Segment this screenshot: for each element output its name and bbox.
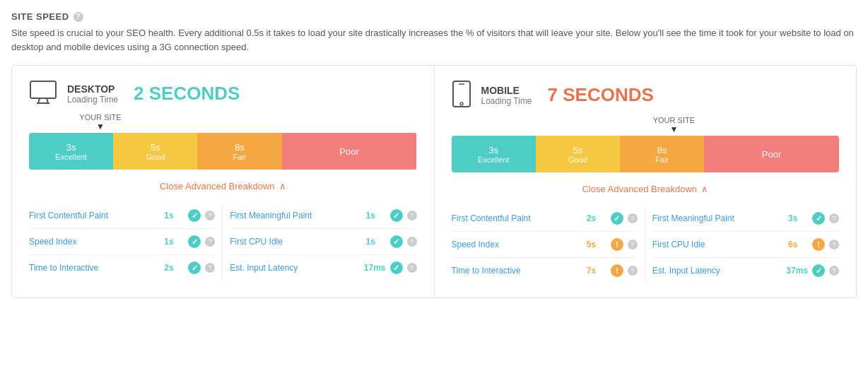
desktop-info: DESKTOP Loading Time [67, 83, 118, 105]
mobile-info: MOBILE Loading Time [481, 85, 532, 106]
desktop-bar-excellent: 3s Excellent [29, 133, 113, 170]
mobile-bar-good: 5s Good [536, 136, 620, 172]
mobile-metric-si: Speed Index 5s ! ? [452, 232, 638, 258]
mobile-time: 7 SECONDS [548, 84, 654, 106]
mobile-loading-label: Loading Time [481, 96, 532, 106]
mobile-fcp-check-icon: ✓ [611, 212, 623, 225]
svg-point-6 [460, 102, 463, 105]
desktop-eil-help-icon[interactable]: ? [407, 263, 417, 273]
desktop-panel: DESKTOP Loading Time 2 SECONDS YOUR SITE… [12, 66, 435, 297]
mobile-panel: MOBILE Loading Time 7 SECONDS YOUR SITE … [435, 66, 857, 297]
mobile-type-label: MOBILE [481, 85, 532, 96]
mobile-speed-bar-wrapper: YOUR SITE ▼ 3s Excellent 5s Good 8s Fair [452, 136, 840, 172]
desktop-speed-bar: 3s Excellent 5s Good 8s Fair Poor [29, 133, 417, 170]
mobile-fmp-check-icon: ✓ [812, 212, 825, 225]
mobile-metric-fci: First CPU Idle 6s ! ? [652, 232, 839, 258]
mobile-bar-poor: Poor [704, 136, 839, 172]
desktop-si-check-icon: ✓ [188, 235, 201, 248]
desktop-metric-tti: Time to Interactive 2s ✓ ? [29, 255, 215, 281]
desktop-header: DESKTOP Loading Time 2 SECONDS [29, 80, 417, 107]
desktop-bar-good: 5s Good [113, 133, 197, 170]
desktop-loading-label: Loading Time [67, 95, 118, 105]
mobile-fmp-help-icon[interactable]: ? [829, 213, 839, 223]
mobile-tti-warn-icon: ! [611, 264, 623, 277]
desktop-fci-help-icon[interactable]: ? [407, 237, 417, 247]
svg-line-1 [38, 98, 40, 103]
desktop-metrics-right: First Meaningful Paint 1s ✓ ? First CPU … [223, 203, 416, 281]
mobile-eil-help-icon[interactable]: ? [829, 266, 839, 276]
mobile-metric-tti: Time to Interactive 7s ! ? [452, 258, 638, 283]
desktop-speed-bar-wrapper: YOUR SITE ▼ 3s Excellent 5s Good 8s Fair [29, 133, 417, 170]
mobile-header: MOBILE Loading Time 7 SECONDS [452, 80, 840, 110]
mobile-speed-bar: 3s Excellent 5s Good 8s Fair Poor [452, 136, 840, 172]
desktop-tti-check-icon: ✓ [188, 261, 201, 274]
mobile-si-help-icon[interactable]: ? [628, 240, 638, 249]
desktop-tti-help-icon[interactable]: ? [205, 263, 215, 273]
desktop-metric-fcp: First Contentful Paint 1s ✓ ? [29, 203, 215, 229]
desktop-fmp-help-icon[interactable]: ? [407, 211, 417, 220]
desktop-eil-check-icon: ✓ [390, 261, 403, 274]
mobile-metrics-left: First Contentful Paint 2s ✓ ? Speed Inde… [452, 206, 645, 283]
desktop-fcp-check-icon: ✓ [188, 209, 201, 222]
desktop-metric-fmp: First Meaningful Paint 1s ✓ ? [230, 203, 416, 229]
mobile-arrow-icon: ▼ [669, 124, 678, 134]
mobile-icon [452, 80, 471, 110]
mobile-eil-check-icon: ✓ [812, 264, 825, 277]
desktop-speed-bar-container: YOUR SITE ▼ 3s Excellent 5s Good 8s Fair [29, 133, 417, 170]
mobile-si-warn-icon: ! [611, 238, 623, 251]
desktop-metric-si: Speed Index 1s ✓ ? [29, 229, 215, 255]
desktop-fmp-check-icon: ✓ [390, 209, 403, 222]
desktop-arrow-icon: ▼ [96, 122, 105, 131]
desktop-metric-eil: Est. Input Latency 17ms ✓ ? [230, 255, 416, 281]
section-description: Site speed is crucial to your SEO health… [11, 26, 857, 54]
desktop-time: 2 SECONDS [134, 83, 240, 105]
desktop-breakdown-grid: First Contentful Paint 1s ✓ ? Speed Inde… [29, 203, 417, 281]
desktop-bar-poor: Poor [282, 133, 417, 170]
mobile-speed-bar-container: YOUR SITE ▼ 3s Excellent 5s Good 8s Fair [452, 136, 840, 172]
desktop-icon [29, 80, 57, 107]
desktop-advanced-toggle[interactable]: Close Advanced Breakdown ∧ [29, 181, 417, 192]
mobile-bar-fair: 8s Fair [620, 136, 704, 172]
desktop-fci-check-icon: ✓ [390, 235, 403, 248]
mobile-fcp-help-icon[interactable]: ? [628, 213, 638, 223]
mobile-your-site-label: YOUR SITE ▼ [653, 116, 695, 134]
mobile-fci-help-icon[interactable]: ? [829, 240, 839, 249]
desktop-chevron-icon: ∧ [279, 181, 286, 192]
svg-line-2 [47, 98, 48, 103]
desktop-metric-fci: First CPU Idle 1s ✓ ? [230, 229, 416, 255]
mobile-metric-fcp: First Contentful Paint 2s ✓ ? [452, 206, 638, 232]
desktop-si-help-icon[interactable]: ? [205, 237, 215, 247]
mobile-fci-warn-icon: ! [812, 238, 825, 251]
mobile-chevron-icon: ∧ [701, 184, 708, 194]
desktop-metrics-left: First Contentful Paint 1s ✓ ? Speed Inde… [29, 203, 223, 281]
section-info-icon[interactable]: ? [74, 12, 83, 22]
section-title: SITE SPEED ? [11, 11, 857, 22]
desktop-fcp-help-icon[interactable]: ? [205, 211, 215, 220]
panels-container: DESKTOP Loading Time 2 SECONDS YOUR SITE… [11, 65, 857, 298]
desktop-your-site-label: YOUR SITE ▼ [79, 113, 121, 131]
desktop-type-label: DESKTOP [67, 83, 118, 95]
desktop-bar-fair: 8s Fair [197, 133, 281, 170]
mobile-bar-excellent: 3s Excellent [452, 136, 536, 172]
mobile-tti-help-icon[interactable]: ? [628, 266, 638, 276]
mobile-metric-fmp: First Meaningful Paint 3s ✓ ? [652, 206, 839, 232]
svg-rect-0 [30, 81, 56, 98]
mobile-metrics-right: First Meaningful Paint 3s ✓ ? First CPU … [645, 206, 839, 283]
mobile-metric-eil: Est. Input Latency 37ms ✓ ? [652, 258, 839, 283]
mobile-breakdown-grid: First Contentful Paint 2s ✓ ? Speed Inde… [452, 206, 840, 283]
mobile-advanced-toggle[interactable]: Close Advanced Breakdown ∧ [452, 184, 840, 194]
